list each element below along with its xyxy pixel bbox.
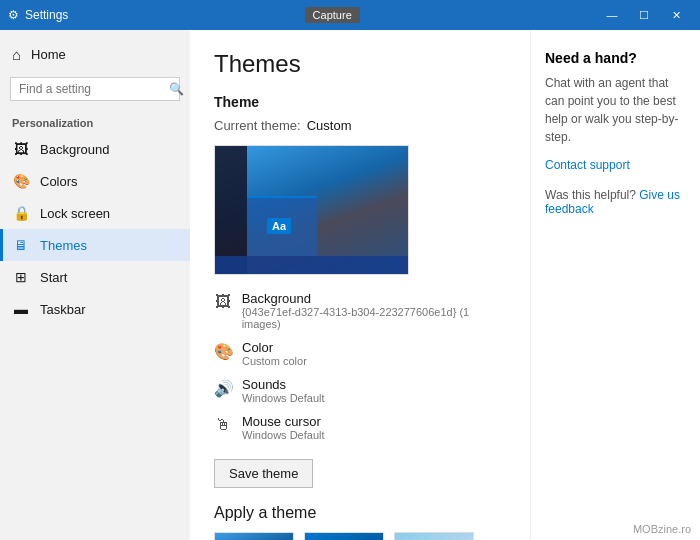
title-bar: ⚙ Settings Capture — ☐ ✕ xyxy=(0,0,700,30)
detail-background-icon: 🖼 xyxy=(214,293,232,311)
sidebar-item-start[interactable]: ⊞ Start xyxy=(0,261,190,293)
detail-background-content: Background {043e71ef-d327-4313-b304-2232… xyxy=(242,291,506,330)
detail-cursor-name: Mouse cursor xyxy=(242,414,325,429)
taskbar-icon: ▬ xyxy=(12,301,30,317)
helpful-label: Was this helpful? xyxy=(545,188,636,202)
sidebar-item-background[interactable]: 🖼 Background xyxy=(0,133,190,165)
helpful-row: Was this helpful? Give us feedback xyxy=(545,188,686,216)
theme-preview: Aa xyxy=(214,145,409,275)
themes-icon: 🖥 xyxy=(12,237,30,253)
detail-color-content: Color Custom color xyxy=(242,340,307,367)
minimize-button[interactable]: — xyxy=(596,0,628,30)
detail-mouse-cursor[interactable]: 🖱 Mouse cursor Windows Default xyxy=(214,414,506,441)
personalization-section-label: Personalization xyxy=(0,107,190,133)
detail-sounds-icon: 🔊 xyxy=(214,379,232,398)
theme-thumb-1[interactable] xyxy=(214,532,294,540)
search-input[interactable] xyxy=(19,82,169,96)
theme-thumbnails xyxy=(214,532,506,540)
detail-cursor-content: Mouse cursor Windows Default xyxy=(242,414,325,441)
save-theme-button[interactable]: Save theme xyxy=(214,459,313,488)
home-icon: ⌂ xyxy=(12,46,21,63)
detail-sounds[interactable]: 🔊 Sounds Windows Default xyxy=(214,377,506,404)
search-icon: 🔍 xyxy=(169,82,184,96)
main-content: Themes Theme Current theme: Custom Aa 🖼 … xyxy=(190,30,530,540)
current-theme-label: Current theme: xyxy=(214,118,301,133)
watermark: MOBzine.ro xyxy=(630,522,694,536)
search-box[interactable]: 🔍 xyxy=(10,77,180,101)
detail-sounds-name: Sounds xyxy=(242,377,325,392)
colors-icon: 🎨 xyxy=(12,173,30,189)
title-bar-controls: — ☐ ✕ xyxy=(596,0,692,30)
sidebar: ⌂ Home 🔍 Personalization 🖼 Background 🎨 … xyxy=(0,30,190,540)
help-panel: Need a hand? Chat with an agent that can… xyxy=(530,30,700,540)
detail-cursor-sub: Windows Default xyxy=(242,429,325,441)
background-icon: 🖼 xyxy=(12,141,30,157)
sidebar-colors-label: Colors xyxy=(40,174,78,189)
current-theme-value: Custom xyxy=(307,118,352,133)
sidebar-item-taskbar[interactable]: ▬ Taskbar xyxy=(0,293,190,325)
theme-thumb-3[interactable] xyxy=(394,532,474,540)
theme-preview-strip xyxy=(215,146,247,274)
help-title: Need a hand? xyxy=(545,50,686,66)
lock-icon: 🔒 xyxy=(12,205,30,221)
detail-sounds-content: Sounds Windows Default xyxy=(242,377,325,404)
detail-sounds-sub: Windows Default xyxy=(242,392,325,404)
maximize-button[interactable]: ☐ xyxy=(628,0,660,30)
sidebar-start-label: Start xyxy=(40,270,67,285)
theme-preview-aa: Aa xyxy=(267,218,291,234)
sidebar-item-themes[interactable]: 🖥 Themes xyxy=(0,229,190,261)
sidebar-themes-label: Themes xyxy=(40,238,87,253)
close-button[interactable]: ✕ xyxy=(660,0,692,30)
apply-section-title: Apply a theme xyxy=(214,504,506,522)
theme-thumb-2[interactable] xyxy=(304,532,384,540)
home-label: Home xyxy=(31,47,66,62)
sidebar-background-label: Background xyxy=(40,142,109,157)
detail-background[interactable]: 🖼 Background {043e71ef-d327-4313-b304-22… xyxy=(214,291,506,330)
app-body: ⌂ Home 🔍 Personalization 🖼 Background 🎨 … xyxy=(0,30,700,540)
detail-color-name: Color xyxy=(242,340,307,355)
theme-section-title: Theme xyxy=(214,94,506,110)
theme-preview-taskbar xyxy=(215,256,408,274)
current-theme-row: Current theme: Custom xyxy=(214,118,506,133)
detail-color[interactable]: 🎨 Color Custom color xyxy=(214,340,506,367)
page-title: Themes xyxy=(214,50,506,78)
title-bar-title: Settings xyxy=(25,8,68,22)
start-icon: ⊞ xyxy=(12,269,30,285)
sidebar-lock-label: Lock screen xyxy=(40,206,110,221)
sidebar-taskbar-label: Taskbar xyxy=(40,302,86,317)
sidebar-item-lock-screen[interactable]: 🔒 Lock screen xyxy=(0,197,190,229)
detail-background-name: Background xyxy=(242,291,506,306)
settings-gear-icon: ⚙ xyxy=(8,8,19,22)
sidebar-item-colors[interactable]: 🎨 Colors xyxy=(0,165,190,197)
detail-color-sub: Custom color xyxy=(242,355,307,367)
capture-badge: Capture xyxy=(305,7,360,23)
detail-background-sub: {043e71ef-d327-4313-b304-223277606e1d} (… xyxy=(242,306,506,330)
title-bar-left: ⚙ Settings xyxy=(8,8,68,22)
help-body: Chat with an agent that can point you to… xyxy=(545,74,686,146)
sidebar-item-home[interactable]: ⌂ Home xyxy=(0,38,190,71)
contact-support-link[interactable]: Contact support xyxy=(545,158,686,172)
detail-cursor-icon: 🖱 xyxy=(214,416,232,434)
detail-color-icon: 🎨 xyxy=(214,342,232,361)
